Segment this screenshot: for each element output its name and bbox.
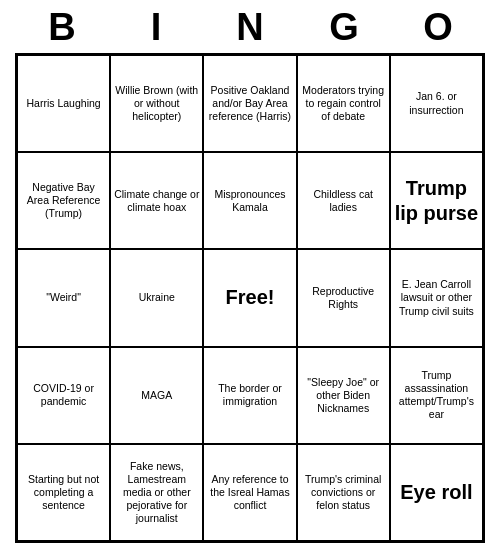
bingo-cell-19: Trump assassination attempt/Trump's ear xyxy=(390,347,483,444)
title-letter-o: O xyxy=(410,6,466,49)
bingo-cell-15: COVID-19 or pandemic xyxy=(17,347,110,444)
bingo-cell-11: Ukraine xyxy=(110,249,203,346)
title-letter-i: I xyxy=(128,6,184,49)
bingo-cell-17: The border or immigration xyxy=(203,347,296,444)
bingo-cell-6: Climate change or climate hoax xyxy=(110,152,203,249)
bingo-cell-9: Trump lip purse xyxy=(390,152,483,249)
bingo-cell-1: Willie Brown (with or without helicopter… xyxy=(110,55,203,152)
bingo-cell-21: Fake news, Lamestream media or other pej… xyxy=(110,444,203,541)
title-letter-g: G xyxy=(316,6,372,49)
bingo-cell-16: MAGA xyxy=(110,347,203,444)
title-letter-b: B xyxy=(34,6,90,49)
bingo-cell-13: Reproductive Rights xyxy=(297,249,390,346)
bingo-cell-12: Free! xyxy=(203,249,296,346)
bingo-cell-8: Childless cat ladies xyxy=(297,152,390,249)
bingo-cell-10: "Weird" xyxy=(17,249,110,346)
bingo-title: B I N G O xyxy=(15,0,485,53)
bingo-cell-7: Mispronounces Kamala xyxy=(203,152,296,249)
bingo-cell-4: Jan 6. or insurrection xyxy=(390,55,483,152)
bingo-cell-22: Any reference to the Isreal Hamas confli… xyxy=(203,444,296,541)
bingo-cell-2: Positive Oakland and/or Bay Area referen… xyxy=(203,55,296,152)
title-letter-n: N xyxy=(222,6,278,49)
bingo-cell-23: Trump's criminal convictions or felon st… xyxy=(297,444,390,541)
bingo-cell-20: Starting but not completing a sentence xyxy=(17,444,110,541)
bingo-grid: Harris LaughingWillie Brown (with or wit… xyxy=(15,53,485,543)
bingo-cell-3: Moderators trying to regain control of d… xyxy=(297,55,390,152)
bingo-cell-0: Harris Laughing xyxy=(17,55,110,152)
bingo-cell-24: Eye roll xyxy=(390,444,483,541)
bingo-cell-14: E. Jean Carroll lawsuit or other Trump c… xyxy=(390,249,483,346)
bingo-cell-18: "Sleepy Joe" or other Biden Nicknames xyxy=(297,347,390,444)
bingo-cell-5: Negative Bay Area Reference (Trump) xyxy=(17,152,110,249)
